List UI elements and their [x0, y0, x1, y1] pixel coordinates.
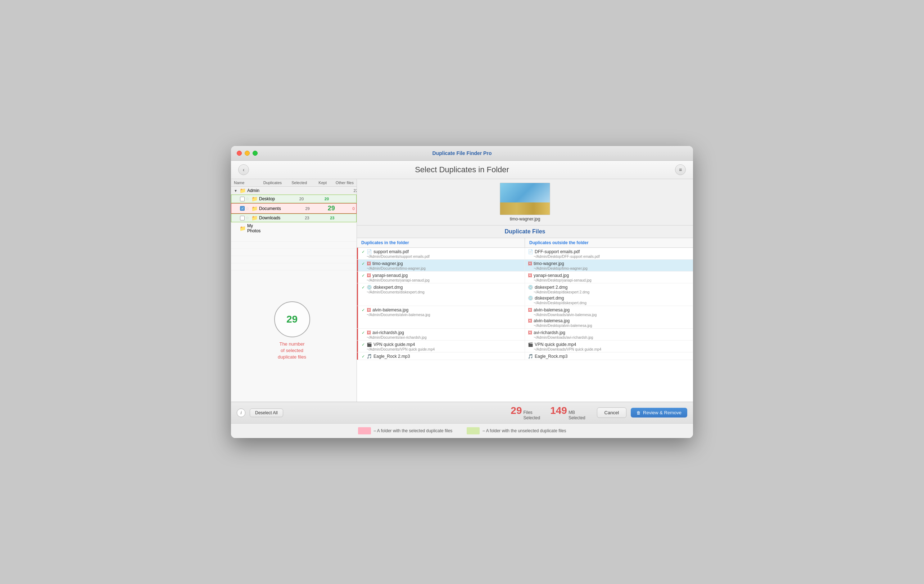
dmg-icon: 💿 — [367, 285, 372, 290]
back-button[interactable]: ‹ — [238, 165, 249, 175]
dup-check: ✓ — [361, 354, 365, 359]
dup-group: ✓ 🎬 VPN quick guide.mp4 ~/Admin/Document… — [357, 341, 693, 352]
info-button[interactable]: i — [237, 408, 246, 417]
dup-group: ✓ 💿 diskexpert.dmg ~/Admin/Documents/dis… — [357, 283, 693, 306]
dup-check: ✓ — [361, 250, 365, 254]
review-remove-label: Review & Remove — [643, 410, 681, 415]
circle-value: 29 — [286, 314, 297, 325]
folder-row-myphotos[interactable]: 📁 My Photos 31 — [231, 222, 356, 234]
mb-selected-label: MBSelected — [569, 410, 586, 420]
dup-item-out[interactable]: 🖼 timo-wagner.jpg ~/Admin/Desktop/timo-w… — [525, 260, 693, 271]
folder-icon: 📁 — [251, 196, 257, 202]
downloads-checkbox[interactable] — [240, 216, 245, 220]
folder-name-label: Admin — [247, 188, 259, 193]
desktop-name: Desktop — [259, 196, 275, 201]
folder-row-admin[interactable]: ▼ 📁 Admin 229 — [231, 187, 356, 194]
annotation-text: The number of selected duplicate files — [278, 341, 306, 361]
trash-icon: 🗑 — [637, 410, 641, 415]
dmg-icon: 💿 — [528, 296, 533, 301]
dup-item-out[interactable]: 🎬 VPN quick guide.mp4 ~/Admin/Downloads/… — [525, 341, 693, 352]
duplicate-files-section: Duplicate Files Duplicates in the folder… — [357, 225, 693, 402]
legend-item-green: – A folder with the unselected duplicate… — [467, 427, 566, 434]
documents-checkbox[interactable]: ✓ — [240, 206, 245, 211]
img-icon: 🖼 — [367, 308, 371, 313]
files-selected-label: FilesSelected — [523, 410, 540, 420]
myphotos-name: My Photos — [247, 223, 261, 234]
col-kept: Kept — [307, 181, 327, 185]
img-icon: 🖼 — [367, 273, 371, 278]
dup-list: ✓ 📄 support emails.pdf ~/Admin/Documents… — [357, 248, 693, 402]
dup-item-out[interactable]: 📄 DFF-support emails.pdf ~/Admin/Desktop… — [525, 248, 693, 259]
folder-icon: 📁 — [251, 215, 257, 221]
dup-check: ✓ — [361, 331, 365, 335]
dup-files-title: Duplicate Files — [357, 225, 693, 238]
right-panel: timo-wagner.jpg Duplicate Files Duplicat… — [357, 179, 693, 402]
audio-icon: 🎵 — [528, 354, 533, 359]
bottom-bar: i Deselect All 29 FilesSelected 149 MBSe… — [231, 402, 693, 423]
annotation-area: 29 The number of selected duplicate file… — [231, 291, 356, 402]
empty-row — [231, 256, 356, 263]
img-icon: 🖼 — [528, 261, 532, 266]
folder-row-downloads[interactable]: ☆ 📁 Downloads 23 23 4 — [231, 214, 356, 222]
desktop-checkbox[interactable] — [240, 197, 245, 201]
img-icon: 🖼 — [528, 330, 532, 335]
page-title: Select Duplicates in Folder — [415, 165, 509, 174]
dup-item-in[interactable]: ✓ 🖼 avi-richardsh.jpg ~/Admin/Documents/… — [357, 329, 525, 340]
empty-row — [231, 263, 356, 270]
documents-name: Documents — [259, 206, 281, 211]
dup-check: ✓ — [361, 342, 365, 347]
dup-columns-header: Duplicates in the folder Duplicates outs… — [357, 238, 693, 248]
dup-item-in[interactable]: ✓ 💿 diskexpert.dmg ~/Admin/Documents/dis… — [357, 283, 525, 306]
folder-icon: 📁 — [240, 188, 246, 194]
dup-group: ✓ 🖼 avi-richardsh.jpg ~/Admin/Documents/… — [357, 329, 693, 341]
video-icon: 🎬 — [367, 342, 372, 347]
dup-item-out[interactable]: 💿 diskexpert 2.dmg ~/Admin/Desktop/diske… — [525, 283, 693, 306]
titlebar: Duplicate File Finder Pro — [231, 146, 693, 161]
cancel-button[interactable]: Cancel — [597, 408, 627, 418]
preview-image — [500, 183, 550, 215]
downloads-star[interactable]: ☆ — [246, 216, 249, 220]
preview-area: timo-wagner.jpg — [357, 179, 693, 225]
dup-group: ✓ 🎵 Eagle_Rock 2.mp3 🎵 Eagle_Rock.mp3 — [357, 352, 693, 360]
minimize-button[interactable] — [245, 151, 250, 156]
deselect-all-button[interactable]: Deselect All — [250, 408, 283, 417]
folder-icon: 📁 — [251, 206, 257, 211]
preview-sky — [500, 183, 550, 202]
dup-item-in[interactable]: ✓ 🎬 VPN quick guide.mp4 ~/Admin/Document… — [357, 341, 525, 352]
dup-item-out[interactable]: 🖼 avi-richardsh.jpg ~/Admin/Downloads/av… — [525, 329, 693, 340]
left-panel: Name Duplicates Selected Kept Other file… — [231, 179, 357, 402]
documents-star[interactable]: ☆ — [246, 206, 249, 211]
dup-item-in[interactable]: ✓ 🎵 Eagle_Rock 2.mp3 — [357, 352, 525, 360]
app-window: Duplicate File Finder Pro ‹ Select Dupli… — [231, 146, 693, 438]
dup-item-in[interactable]: ✓ 🖼 timo-wagner.jpg ~/Admin/Documents/ti… — [357, 260, 525, 271]
close-button[interactable] — [237, 151, 242, 156]
dup-item-out[interactable]: 🖼 yanapi-senaud.jpg ~/Admin/Desktop/yana… — [525, 271, 693, 283]
folder-row-documents[interactable]: ✓ ☆ 📁 Documents 29 29 0 8 — [231, 203, 356, 214]
folder-row-desktop[interactable]: ☆ 📁 Desktop 20 20 114 — [231, 194, 356, 203]
empty-row — [231, 234, 356, 242]
dup-item-in[interactable]: ✓ 🖼 alvin-balemesa.jpg ~/Admin/Documents… — [357, 306, 525, 328]
review-remove-button[interactable]: 🗑 Review & Remove — [631, 408, 687, 418]
audio-icon: 🎵 — [367, 354, 372, 359]
dup-item-out[interactable]: 🎵 Eagle_Rock.mp3 — [525, 352, 693, 360]
dup-item-out[interactable]: 🖼 alvin-balemesa.jpg ~/Admin/Downloads/a… — [525, 306, 693, 328]
img-icon: 🖼 — [367, 261, 371, 266]
pink-swatch — [358, 427, 371, 434]
dup-item-in[interactable]: ✓ 📄 support emails.pdf ~/Admin/Documents… — [357, 248, 525, 259]
desktop-star[interactable]: ☆ — [246, 196, 249, 201]
legend-text-pink: – A folder with the selected duplicate f… — [374, 428, 453, 433]
empty-row — [231, 242, 356, 249]
dup-group-highlighted: ✓ 🖼 timo-wagner.jpg ~/Admin/Documents/ti… — [357, 260, 693, 271]
dup-group: ✓ 🖼 yanapi-senaud.jpg ~/Admin/Documents/… — [357, 271, 693, 283]
pdf-icon: 📄 — [367, 249, 372, 254]
col-selected: Selected — [282, 181, 307, 185]
dup-check: ✓ — [361, 262, 365, 266]
dup-item-in[interactable]: ✓ 🖼 yanapi-senaud.jpg ~/Admin/Documents/… — [357, 271, 525, 283]
legend-text-green: – A folder with the unselected duplicate… — [482, 428, 566, 433]
img-icon: 🖼 — [367, 330, 371, 335]
app-title: Duplicate File Finder Pro — [432, 150, 492, 156]
legend-bar: – A folder with the selected duplicate f… — [231, 423, 693, 438]
maximize-button[interactable] — [252, 151, 257, 156]
menu-button[interactable]: ≡ — [675, 165, 686, 175]
img-icon: 🖼 — [528, 308, 532, 313]
